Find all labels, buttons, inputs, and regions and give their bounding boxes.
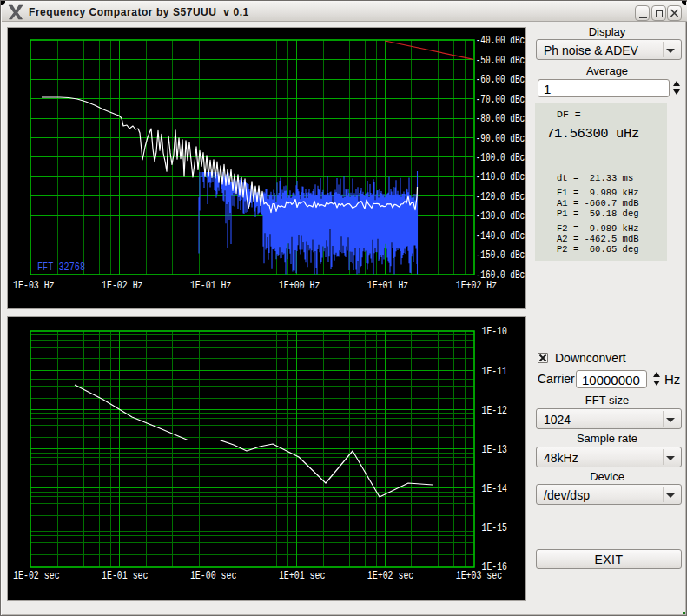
svg-text:1E-02 sec: 1E-02 sec xyxy=(13,570,60,582)
svg-text:-140.0 dBc: -140.0 dBc xyxy=(476,230,525,242)
svg-text:-50.00 dBc: -50.00 dBc xyxy=(476,55,525,67)
svg-text:1E-12: 1E-12 xyxy=(482,405,508,417)
svg-text:1E-02 Hz: 1E-02 Hz xyxy=(102,280,143,292)
svg-text:1E-14: 1E-14 xyxy=(482,483,508,495)
svg-text:1E+01 sec: 1E+01 sec xyxy=(279,570,326,582)
svg-text:-120.0 dBc: -120.0 dBc xyxy=(476,191,525,203)
svg-text:1E+02 Hz: 1E+02 Hz xyxy=(456,280,498,292)
svg-text:-100.0 dBc: -100.0 dBc xyxy=(476,152,525,164)
svg-text:1E-13: 1E-13 xyxy=(482,444,508,456)
svg-text:1E-15: 1E-15 xyxy=(482,522,508,534)
svg-text:1E+00 Hz: 1E+00 Hz xyxy=(279,280,320,292)
svg-text:1E-01 sec: 1E-01 sec xyxy=(102,570,149,582)
svg-text:-70.00 dBc: -70.00 dBc xyxy=(476,94,525,106)
svg-text:-40.00 dBc: -40.00 dBc xyxy=(476,35,525,47)
svg-text:-80.00 dBc: -80.00 dBc xyxy=(476,113,525,125)
svg-text:1E-10: 1E-10 xyxy=(482,326,508,338)
svg-text:1E+02 sec: 1E+02 sec xyxy=(367,570,414,582)
svg-text:1E-01 Hz: 1E-01 Hz xyxy=(190,280,232,292)
svg-text:-60.00 dBc: -60.00 dBc xyxy=(476,74,525,86)
svg-text:-90.00 dBc: -90.00 dBc xyxy=(476,133,525,145)
svg-text:-130.0 dBc: -130.0 dBc xyxy=(476,210,525,222)
svg-text:FFT 32768: FFT 32768 xyxy=(37,262,85,274)
svg-text:1E+03 sec: 1E+03 sec xyxy=(456,570,503,582)
svg-text:1E-03 Hz: 1E-03 Hz xyxy=(13,280,55,292)
svg-text:-150.0 dBc: -150.0 dBc xyxy=(476,249,525,262)
svg-text:1E-00 sec: 1E-00 sec xyxy=(190,570,237,582)
svg-text:1E+01 Hz: 1E+01 Hz xyxy=(367,280,409,292)
svg-text:1E-11: 1E-11 xyxy=(482,366,508,378)
svg-text:-110.0 dBc: -110.0 dBc xyxy=(476,171,525,183)
